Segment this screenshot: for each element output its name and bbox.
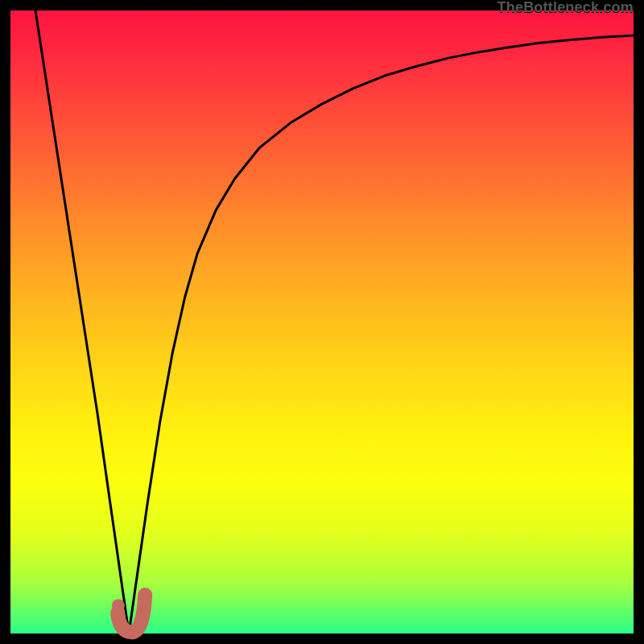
chart-frame: TheBottleneck.com: [10, 10, 634, 634]
bottleneck-curve-line: [35, 10, 634, 634]
bottleneck-chart: [10, 10, 634, 634]
